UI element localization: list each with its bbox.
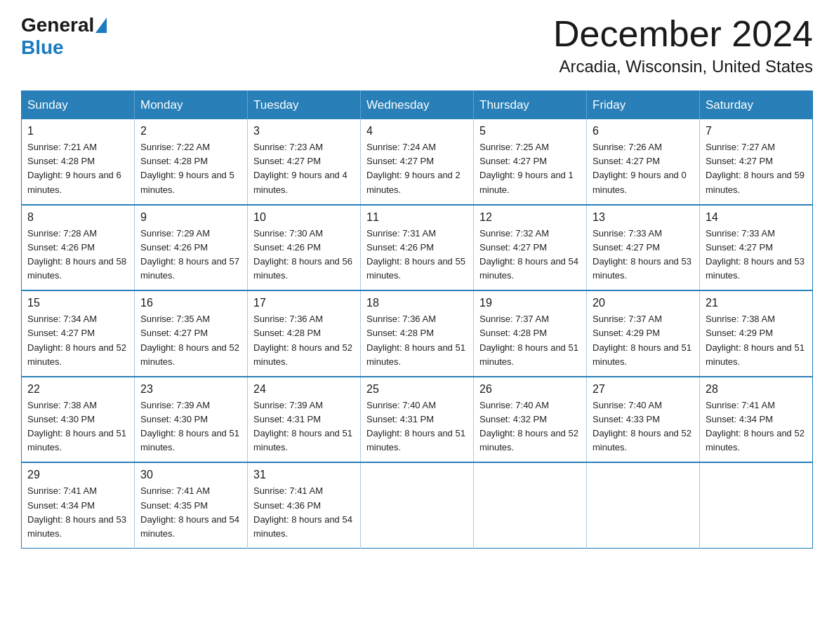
- calendar-week-row: 15Sunrise: 7:34 AMSunset: 4:27 PMDayligh…: [22, 290, 813, 377]
- calendar-day-cell: 25Sunrise: 7:40 AMSunset: 4:31 PMDayligh…: [361, 377, 474, 463]
- day-of-week-header: Saturday: [700, 91, 813, 120]
- day-info: Sunrise: 7:41 AMSunset: 4:35 PMDaylight:…: [140, 484, 241, 541]
- day-info: Sunrise: 7:34 AMSunset: 4:27 PMDaylight:…: [27, 312, 128, 369]
- calendar-day-cell: [700, 462, 813, 548]
- calendar-day-cell: 8Sunrise: 7:28 AMSunset: 4:26 PMDaylight…: [22, 205, 135, 291]
- calendar-day-cell: 12Sunrise: 7:32 AMSunset: 4:27 PMDayligh…: [474, 205, 587, 291]
- logo-triangle-icon: [95, 18, 107, 33]
- calendar-day-cell: 27Sunrise: 7:40 AMSunset: 4:33 PMDayligh…: [587, 377, 700, 463]
- logo-blue-text: Blue: [21, 36, 107, 59]
- day-info: Sunrise: 7:40 AMSunset: 4:31 PMDaylight:…: [366, 398, 468, 455]
- day-number: 21: [706, 297, 807, 309]
- day-of-week-header: Thursday: [474, 91, 587, 120]
- day-info: Sunrise: 7:39 AMSunset: 4:31 PMDaylight:…: [253, 398, 355, 455]
- day-info: Sunrise: 7:36 AMSunset: 4:28 PMDaylight:…: [253, 312, 355, 369]
- day-number: 9: [140, 211, 241, 224]
- day-info: Sunrise: 7:40 AMSunset: 4:33 PMDaylight:…: [593, 398, 694, 455]
- calendar-day-cell: 2Sunrise: 7:22 AMSunset: 4:28 PMDaylight…: [135, 119, 248, 205]
- calendar-day-cell: 19Sunrise: 7:37 AMSunset: 4:28 PMDayligh…: [474, 290, 587, 377]
- day-info: Sunrise: 7:35 AMSunset: 4:27 PMDaylight:…: [140, 312, 241, 369]
- calendar-week-row: 1Sunrise: 7:21 AMSunset: 4:28 PMDaylight…: [22, 119, 813, 205]
- calendar-title: December 2024: [553, 14, 813, 54]
- day-info: Sunrise: 7:27 AMSunset: 4:27 PMDaylight:…: [706, 140, 807, 197]
- day-info: Sunrise: 7:30 AMSunset: 4:26 PMDaylight:…: [253, 227, 355, 283]
- calendar-day-cell: 22Sunrise: 7:38 AMSunset: 4:30 PMDayligh…: [22, 377, 135, 463]
- day-number: 20: [593, 297, 694, 309]
- calendar-day-cell: 6Sunrise: 7:26 AMSunset: 4:27 PMDaylight…: [587, 119, 700, 205]
- day-info: Sunrise: 7:21 AMSunset: 4:28 PMDaylight:…: [27, 140, 128, 197]
- day-info: Sunrise: 7:39 AMSunset: 4:30 PMDaylight:…: [140, 398, 241, 455]
- day-number: 28: [706, 383, 807, 396]
- day-info: Sunrise: 7:24 AMSunset: 4:27 PMDaylight:…: [366, 140, 468, 197]
- calendar-subtitle: Arcadia, Wisconsin, United States: [553, 57, 813, 76]
- day-number: 1: [27, 125, 128, 137]
- day-info: Sunrise: 7:40 AMSunset: 4:32 PMDaylight:…: [479, 398, 581, 455]
- calendar-day-cell: 4Sunrise: 7:24 AMSunset: 4:27 PMDaylight…: [361, 119, 474, 205]
- calendar-day-cell: 7Sunrise: 7:27 AMSunset: 4:27 PMDaylight…: [700, 119, 813, 205]
- day-of-week-header: Tuesday: [248, 91, 361, 120]
- day-number: 15: [27, 297, 128, 309]
- day-number: 16: [140, 297, 241, 309]
- day-number: 18: [366, 297, 468, 309]
- day-number: 19: [479, 297, 581, 309]
- calendar-day-cell: 23Sunrise: 7:39 AMSunset: 4:30 PMDayligh…: [135, 377, 248, 463]
- day-number: 27: [593, 383, 694, 396]
- day-of-week-header: Monday: [135, 91, 248, 120]
- day-info: Sunrise: 7:31 AMSunset: 4:26 PMDaylight:…: [366, 227, 468, 283]
- calendar-day-cell: 31Sunrise: 7:41 AMSunset: 4:36 PMDayligh…: [248, 462, 361, 548]
- calendar-day-cell: [587, 462, 700, 548]
- day-number: 2: [140, 125, 241, 137]
- day-info: Sunrise: 7:22 AMSunset: 4:28 PMDaylight:…: [140, 140, 241, 197]
- day-number: 31: [253, 469, 355, 481]
- calendar-day-cell: 17Sunrise: 7:36 AMSunset: 4:28 PMDayligh…: [248, 290, 361, 377]
- calendar-week-row: 22Sunrise: 7:38 AMSunset: 4:30 PMDayligh…: [22, 377, 813, 463]
- day-info: Sunrise: 7:38 AMSunset: 4:29 PMDaylight:…: [706, 312, 807, 369]
- day-number: 29: [27, 469, 128, 481]
- day-of-week-header: Friday: [587, 91, 700, 120]
- day-info: Sunrise: 7:25 AMSunset: 4:27 PMDaylight:…: [479, 140, 581, 197]
- day-of-week-header: Sunday: [22, 91, 135, 120]
- calendar-day-cell: 30Sunrise: 7:41 AMSunset: 4:35 PMDayligh…: [135, 462, 248, 548]
- calendar-day-cell: 11Sunrise: 7:31 AMSunset: 4:26 PMDayligh…: [361, 205, 474, 291]
- day-number: 26: [479, 383, 581, 396]
- day-number: 6: [593, 125, 694, 137]
- day-number: 5: [479, 125, 581, 137]
- logo-general-text: General: [21, 14, 94, 36]
- day-info: Sunrise: 7:38 AMSunset: 4:30 PMDaylight:…: [27, 398, 128, 455]
- day-number: 14: [706, 211, 807, 224]
- day-number: 24: [253, 383, 355, 396]
- day-number: 25: [366, 383, 468, 396]
- calendar-day-cell: 15Sunrise: 7:34 AMSunset: 4:27 PMDayligh…: [22, 290, 135, 377]
- day-number: 7: [706, 125, 807, 137]
- calendar-week-row: 29Sunrise: 7:41 AMSunset: 4:34 PMDayligh…: [22, 462, 813, 548]
- calendar-body: 1Sunrise: 7:21 AMSunset: 4:28 PMDaylight…: [22, 119, 813, 548]
- title-group: December 2024 Arcadia, Wisconsin, United…: [553, 14, 813, 76]
- day-number: 8: [27, 211, 128, 224]
- calendar-day-cell: 9Sunrise: 7:29 AMSunset: 4:26 PMDaylight…: [135, 205, 248, 291]
- calendar-day-cell: 18Sunrise: 7:36 AMSunset: 4:28 PMDayligh…: [361, 290, 474, 377]
- day-info: Sunrise: 7:41 AMSunset: 4:34 PMDaylight:…: [27, 484, 128, 541]
- calendar-day-cell: 26Sunrise: 7:40 AMSunset: 4:32 PMDayligh…: [474, 377, 587, 463]
- day-number: 12: [479, 211, 581, 224]
- day-info: Sunrise: 7:37 AMSunset: 4:28 PMDaylight:…: [479, 312, 581, 369]
- calendar-day-cell: 1Sunrise: 7:21 AMSunset: 4:28 PMDaylight…: [22, 119, 135, 205]
- calendar-day-cell: 24Sunrise: 7:39 AMSunset: 4:31 PMDayligh…: [248, 377, 361, 463]
- calendar-day-cell: 14Sunrise: 7:33 AMSunset: 4:27 PMDayligh…: [700, 205, 813, 291]
- day-info: Sunrise: 7:41 AMSunset: 4:34 PMDaylight:…: [706, 398, 807, 455]
- day-number: 10: [253, 211, 355, 224]
- day-info: Sunrise: 7:28 AMSunset: 4:26 PMDaylight:…: [27, 227, 128, 283]
- day-info: Sunrise: 7:41 AMSunset: 4:36 PMDaylight:…: [253, 484, 355, 541]
- calendar-day-cell: 13Sunrise: 7:33 AMSunset: 4:27 PMDayligh…: [587, 205, 700, 291]
- day-info: Sunrise: 7:33 AMSunset: 4:27 PMDaylight:…: [593, 227, 694, 283]
- calendar-day-cell: 5Sunrise: 7:25 AMSunset: 4:27 PMDaylight…: [474, 119, 587, 205]
- calendar-day-cell: 21Sunrise: 7:38 AMSunset: 4:29 PMDayligh…: [700, 290, 813, 377]
- day-number: 11: [366, 211, 468, 224]
- day-number: 23: [140, 383, 241, 396]
- calendar-day-cell: 10Sunrise: 7:30 AMSunset: 4:26 PMDayligh…: [248, 205, 361, 291]
- calendar-day-cell: [361, 462, 474, 548]
- day-info: Sunrise: 7:32 AMSunset: 4:27 PMDaylight:…: [479, 227, 581, 283]
- day-number: 30: [140, 469, 241, 481]
- day-number: 13: [593, 211, 694, 224]
- calendar-day-cell: [474, 462, 587, 548]
- calendar-day-cell: 16Sunrise: 7:35 AMSunset: 4:27 PMDayligh…: [135, 290, 248, 377]
